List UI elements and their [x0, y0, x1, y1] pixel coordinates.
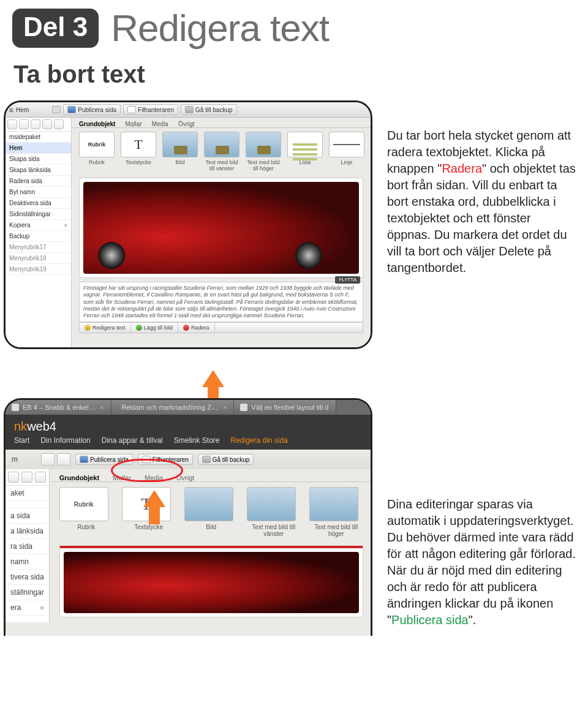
filhanteraren-button[interactable]: Filhanteraren	[123, 104, 178, 115]
screenshot-publish: EB 4 – Snabb & enkel ...× Reklam och mar…	[4, 398, 372, 636]
redigera-text-button[interactable]: Redigera text	[80, 323, 131, 333]
sidebar-item[interactable]: ställningar	[6, 585, 49, 600]
close-icon[interactable]: ×	[223, 404, 227, 411]
accent-radera: Radera	[442, 162, 482, 175]
browser-tab[interactable]: Välj en flexibel layout till d	[234, 400, 336, 415]
sidebar-menu: aket a sida a länksida ra sida namn tive…	[6, 469, 50, 622]
save-icon	[80, 456, 88, 463]
browser-tab[interactable]: EB 4 – Snabb & enkel ...×	[6, 400, 111, 415]
sidebar-item[interactable]: Skapa länksida	[6, 165, 71, 176]
favicon-icon	[12, 404, 19, 411]
app-logo: nkweb4	[14, 420, 56, 434]
toolbar-icon[interactable]	[52, 106, 61, 113]
backup-icon	[202, 456, 211, 463]
block-bild[interactable]: Bild	[184, 487, 238, 537]
favicon-icon	[240, 404, 247, 411]
save-icon	[67, 106, 76, 113]
sidebar-item[interactable]: aket	[6, 486, 49, 501]
nav-appar[interactable]: Dina appar & tillval	[102, 436, 163, 445]
sidebar-icon[interactable]	[7, 119, 17, 129]
sidebar-icon[interactable]	[21, 472, 32, 483]
publicera-sida-button[interactable]: Publicera sida	[63, 104, 121, 115]
sidebar-item[interactable]: namn	[6, 554, 49, 570]
backup-icon	[185, 106, 194, 113]
block-textstycke[interactable]: TTextstycke	[121, 132, 156, 172]
main-nav: Start Din Information Dina appar & tillv…	[14, 436, 362, 445]
edit-icon	[85, 325, 91, 331]
sidebar-item[interactable]: Skapa sida	[6, 154, 71, 165]
sidebar-item-hem[interactable]: Hem	[6, 143, 71, 154]
instruction-paragraph-2: Dina editeringar sparas via automatik i …	[387, 496, 577, 628]
text-object[interactable]: FLYTTA Företaget har sitt ursprung i rac…	[79, 282, 363, 322]
part-badge: Del 3	[12, 9, 99, 48]
tab-ovrigt[interactable]: Övrigt	[178, 121, 195, 127]
nav-redigera[interactable]: Redigera din sida	[230, 436, 287, 445]
block-bild[interactable]: Bild	[162, 132, 198, 172]
sidebar-icon[interactable]	[31, 119, 40, 129]
sidebar-icon[interactable]	[19, 119, 29, 129]
text-content: Företaget har sitt ursprung i racingstal…	[83, 285, 358, 319]
sidebar-sub[interactable]: Menyrubrik19	[6, 264, 71, 275]
sidebar-sub[interactable]: Menyrubrik17	[6, 242, 71, 253]
nav-store[interactable]: Smelink Store	[174, 436, 220, 445]
block-text-bild-vanster[interactable]: Text med bild till vänster	[247, 487, 301, 537]
block-rubrik[interactable]: RubrikRubrik	[79, 132, 115, 172]
editor-toolbar: m Publicera sida Filhanteraren Gå till b…	[6, 450, 371, 469]
breadcrumb: a: Hem	[9, 107, 29, 113]
radera-button[interactable]: Radera	[178, 323, 215, 333]
tab-grundobjekt[interactable]: Grundobjekt	[59, 474, 99, 481]
block-text-bild-hoger[interactable]: Text med bild till höger	[309, 487, 363, 537]
add-icon	[136, 325, 142, 331]
sidebar-item[interactable]: Sidinställningar	[6, 209, 71, 220]
block-linje[interactable]: Linje	[329, 132, 364, 172]
image-object[interactable]	[79, 178, 363, 278]
sidebar-item[interactable]: a länksida	[6, 524, 49, 539]
sidebar-item[interactable]: a sida	[6, 508, 49, 524]
sidebar-group: msidepaket	[6, 132, 71, 143]
browser-tab[interactable]: Reklam och marknadsföring Z-...×	[111, 400, 234, 415]
nav-din-information[interactable]: Din Information	[40, 436, 90, 445]
car-image	[83, 182, 359, 274]
sidebar-item[interactable]: Backup	[6, 231, 71, 242]
tab-grundobjekt[interactable]: Grundobjekt	[79, 121, 115, 127]
document-icon	[127, 106, 136, 113]
sidebar-icon[interactable]	[35, 472, 46, 483]
sidebar-sub[interactable]: Menyrubrik18	[6, 253, 71, 264]
lagg-till-bild-button[interactable]: Lägg till bild	[131, 323, 179, 333]
block-text-bild-vanster[interactable]: Text med bild till vänster	[204, 132, 239, 172]
move-handle[interactable]: FLYTTA	[335, 276, 360, 284]
car-image	[64, 552, 359, 613]
breadcrumb: m	[12, 455, 36, 464]
toolbar-icon[interactable]	[57, 453, 70, 466]
delete-icon	[183, 325, 189, 331]
backup-button[interactable]: Gå till backup	[198, 454, 254, 465]
instruction-paragraph-1: Du tar bort hela stycket genom att rader…	[387, 127, 577, 276]
nav-start[interactable]: Start	[14, 436, 29, 445]
editor-canvas: Grundobjekt Mallar Media Övrigt RubrikRu…	[72, 118, 371, 348]
toolbar-icon[interactable]	[41, 453, 55, 466]
sidebar-item[interactable]: tivera sida	[6, 570, 49, 585]
sidebar-item[interactable]: Byt namn	[6, 187, 71, 198]
sidebar-item[interactable]: ra sida	[6, 539, 49, 554]
tab-media[interactable]: Media	[152, 121, 168, 127]
block-text-bild-hoger[interactable]: Text med bild till höger	[246, 132, 281, 172]
sidebar-icon[interactable]	[54, 119, 64, 129]
sidebar-item[interactable]: era»	[6, 600, 49, 616]
sidebar-item[interactable]: Kopiera»	[6, 220, 71, 231]
sidebar-item[interactable]: Deaktivera sida	[6, 198, 71, 209]
tab-mallar[interactable]: Mallar	[125, 121, 141, 127]
image-object[interactable]	[59, 546, 363, 617]
sidebar-menu: msidepaket Hem Skapa sida Skapa länksida…	[6, 118, 72, 348]
sidebar-icon[interactable]	[8, 472, 19, 483]
close-icon[interactable]: ×	[100, 404, 104, 411]
browser-tabs: EB 4 – Snabb & enkel ...× Reklam och mar…	[6, 400, 371, 415]
screenshot-editor: a: Hem Publicera sida Filhanteraren Gå t…	[4, 100, 372, 349]
block-rubrik[interactable]: RubrikRubrik	[59, 487, 113, 537]
sidebar-icon[interactable]	[42, 119, 52, 129]
editor-toolbar: a: Hem Publicera sida Filhanteraren Gå t…	[6, 102, 371, 118]
backup-button[interactable]: Gå till backup	[181, 104, 237, 115]
accent-publicera: Publicera sida	[391, 613, 469, 627]
block-lista[interactable]: Lista	[287, 132, 323, 172]
sidebar-item[interactable]: Radera sida	[6, 176, 71, 187]
page-title: Redigera text	[111, 6, 329, 50]
